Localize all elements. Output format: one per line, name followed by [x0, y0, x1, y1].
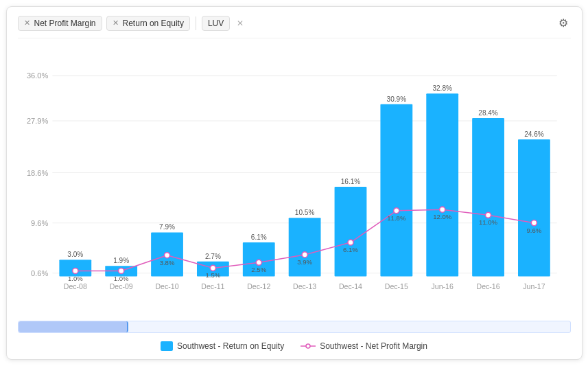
- svg-text:10.5%: 10.5%: [294, 209, 314, 216]
- legend-bar-swatch: [161, 341, 173, 351]
- svg-point-69: [439, 207, 445, 212]
- svg-point-67: [393, 208, 399, 214]
- tag-roe-close[interactable]: ✕: [113, 19, 119, 27]
- svg-text:32.8%: 32.8%: [432, 84, 452, 92]
- svg-text:9.6%: 9.6%: [526, 227, 541, 234]
- legend-line-swatch: [301, 341, 316, 351]
- svg-text:Dec-13: Dec-13: [293, 282, 316, 290]
- svg-text:Jun-17: Jun-17: [523, 282, 545, 290]
- svg-text:11.8%: 11.8%: [387, 214, 406, 222]
- svg-text:Jun-16: Jun-16: [431, 282, 453, 290]
- svg-text:0.6%: 0.6%: [31, 269, 48, 277]
- tag-npm[interactable]: ✕ Net Profit Margin: [18, 16, 102, 31]
- svg-point-63: [302, 252, 307, 258]
- chart-card: ✕ Net Profit Margin ✕ Return on Equity L…: [6, 6, 583, 360]
- svg-text:Dec-14: Dec-14: [338, 282, 362, 290]
- scrollbar-wrap: [18, 321, 571, 336]
- svg-text:36.0%: 36.0%: [26, 71, 48, 80]
- tag-roe[interactable]: ✕ Return on Equity: [106, 16, 190, 31]
- svg-text:6.1%: 6.1%: [343, 246, 358, 253]
- svg-text:Dec-12: Dec-12: [247, 282, 270, 290]
- svg-point-61: [256, 260, 261, 265]
- svg-text:11.0%: 11.0%: [478, 218, 497, 226]
- svg-rect-37: [472, 118, 504, 276]
- svg-text:Dec-16: Dec-16: [476, 282, 499, 290]
- svg-text:12.0%: 12.0%: [433, 213, 452, 220]
- svg-text:7.9%: 7.9%: [159, 223, 175, 231]
- svg-point-76: [306, 344, 310, 348]
- svg-text:2.7%: 2.7%: [204, 253, 220, 260]
- settings-button[interactable]: ⚙: [556, 15, 571, 31]
- filter-row: ✕ Net Profit Margin ✕ Return on Equity L…: [18, 15, 571, 38]
- svg-text:1.9%: 1.9%: [113, 257, 129, 264]
- svg-text:3.0%: 3.0%: [67, 251, 83, 258]
- svg-text:18.6%: 18.6%: [26, 169, 48, 177]
- tag-npm-close[interactable]: ✕: [24, 19, 30, 27]
- svg-text:1.5%: 1.5%: [205, 271, 220, 279]
- svg-text:Dec-09: Dec-09: [109, 282, 132, 290]
- chart-svg-wrap: 36.0%27.9%18.6%9.6%0.6%3.0%Dec-081.9%Dec…: [18, 41, 571, 318]
- legend-bar-label: Southwest - Return on Equity: [177, 341, 284, 351]
- tag-ticker-label: LUV: [208, 19, 224, 28]
- tag-divider: [196, 16, 196, 30]
- svg-text:24.6%: 24.6%: [524, 130, 544, 138]
- svg-rect-31: [380, 104, 412, 277]
- svg-text:6.1%: 6.1%: [250, 233, 266, 241]
- svg-point-59: [210, 265, 215, 271]
- svg-text:Dec-10: Dec-10: [155, 282, 178, 290]
- svg-rect-40: [518, 139, 550, 277]
- svg-point-73: [531, 220, 537, 226]
- legend-line-item: Southwest - Net Profit Margin: [301, 341, 427, 351]
- svg-text:Dec-15: Dec-15: [384, 282, 408, 290]
- scrollbar-thumb[interactable]: [19, 321, 129, 332]
- main-chart-svg: 36.0%27.9%18.6%9.6%0.6%3.0%Dec-081.9%Dec…: [18, 41, 571, 318]
- svg-text:3.8%: 3.8%: [159, 259, 174, 266]
- chart-legend: Southwest - Return on Equity Southwest -…: [18, 337, 571, 351]
- svg-point-57: [164, 253, 169, 258]
- legend-line-label: Southwest - Net Profit Margin: [320, 341, 427, 351]
- chart-area: 36.0%27.9%18.6%9.6%0.6%3.0%Dec-081.9%Dec…: [18, 41, 571, 351]
- svg-text:Dec-11: Dec-11: [201, 282, 224, 290]
- svg-point-65: [347, 240, 353, 245]
- svg-rect-28: [334, 187, 366, 277]
- svg-text:2.5%: 2.5%: [251, 266, 266, 273]
- svg-rect-25: [288, 218, 320, 276]
- svg-text:1.0%: 1.0%: [113, 275, 128, 282]
- svg-text:28.4%: 28.4%: [478, 109, 498, 117]
- svg-text:16.1%: 16.1%: [340, 178, 360, 185]
- tag-ticker[interactable]: LUV: [202, 16, 230, 31]
- svg-text:9.6%: 9.6%: [31, 219, 48, 227]
- svg-text:Dec-08: Dec-08: [63, 282, 86, 290]
- svg-point-55: [118, 268, 124, 273]
- legend-bar-item: Southwest - Return on Equity: [161, 341, 284, 351]
- tag-roe-label: Return on Equity: [123, 19, 184, 28]
- svg-text:3.9%: 3.9%: [297, 258, 312, 266]
- svg-text:30.9%: 30.9%: [386, 95, 406, 103]
- svg-point-71: [485, 212, 491, 218]
- scrollbar-track[interactable]: [18, 321, 571, 333]
- ticker-close[interactable]: ✕: [234, 17, 246, 30]
- svg-text:1.0%: 1.0%: [67, 275, 82, 282]
- tag-npm-label: Net Profit Margin: [34, 19, 96, 28]
- svg-point-53: [72, 268, 78, 273]
- svg-text:27.9%: 27.9%: [26, 117, 48, 125]
- svg-rect-34: [426, 93, 458, 276]
